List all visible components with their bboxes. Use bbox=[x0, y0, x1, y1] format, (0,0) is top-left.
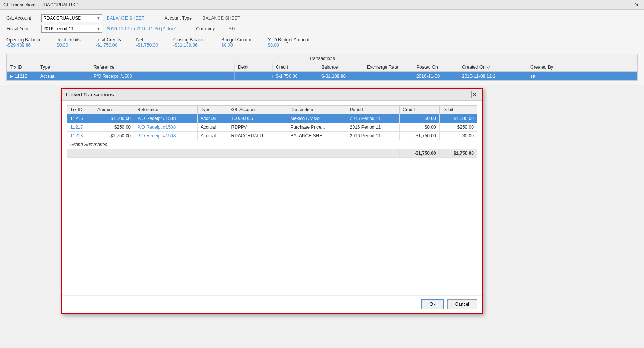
fiscal-year-dropdown-arrow: ▼ bbox=[97, 27, 100, 31]
total-credits-item: Total Credits -$1,750.00 bbox=[96, 37, 121, 48]
window-close-button[interactable]: ✕ bbox=[633, 2, 641, 8]
row-debit bbox=[235, 75, 273, 78]
ytd-budget-value: $0.00 bbox=[268, 43, 309, 48]
linked-col-type: Type bbox=[198, 106, 228, 114]
linked-row1-credit: $0.00 bbox=[399, 114, 439, 123]
grand-total-credit: -$1,750.00 bbox=[399, 149, 439, 158]
dialog-empty-area bbox=[67, 158, 477, 291]
linked-col-amount: Amount bbox=[94, 106, 134, 114]
linked-row3-type: Accrual bbox=[198, 132, 228, 140]
table-row[interactable]: ▶ 11218 Accrual P/O Receipt #1508 $-1,75… bbox=[7, 72, 637, 80]
col-reference: Reference bbox=[90, 63, 235, 71]
net-value: -$1,750.00 bbox=[136, 43, 158, 48]
linked-row2-amount: $250.00 bbox=[94, 123, 134, 132]
closing-balance-label: Closing Balance bbox=[173, 37, 206, 43]
grand-summaries-label-row: Grand Summaries bbox=[67, 140, 477, 149]
fiscal-year-link[interactable]: 2016-11-01 to 2016-11-30 (Active) bbox=[107, 26, 176, 31]
net-label: Net bbox=[136, 37, 158, 43]
linked-row1-debit: $1,500.00 bbox=[439, 114, 477, 123]
budget-amount-item: Budget Amount $0.00 bbox=[222, 37, 253, 48]
linked-table-row[interactable]: 11217 $250.00 P/O Receipt #1508 Accrual … bbox=[67, 123, 477, 132]
grand-totals-spacer bbox=[67, 149, 400, 158]
dialog-footer: Ok Cancel bbox=[62, 295, 482, 313]
budget-amount-value: $0.00 bbox=[222, 43, 253, 48]
linked-col-description: Description bbox=[287, 106, 347, 114]
opening-balance-value: -$29,439.86 bbox=[6, 43, 41, 48]
row-reference: P/O Receipt #1508 bbox=[90, 72, 235, 80]
total-debits-item: Total Debits $0.00 bbox=[57, 37, 81, 48]
fiscal-year-row: Fiscal Year 2016 period 11 ▼ 2016-11-01 … bbox=[6, 25, 638, 33]
row-posted-on: 2016-11-08 bbox=[413, 72, 459, 80]
linked-col-reference: Reference bbox=[134, 106, 198, 114]
linked-row2-credit: $0.00 bbox=[399, 123, 439, 132]
linked-row1-period: 2016 Period 11 bbox=[347, 114, 399, 123]
row-type: Accrual bbox=[37, 72, 90, 80]
linked-col-period: Period bbox=[347, 106, 399, 114]
row-balance: $-31,189.86 bbox=[318, 72, 364, 80]
linked-row1-reference: P/O Receipt #1508 bbox=[134, 114, 198, 123]
linked-row2-gl-account: RDPPV bbox=[228, 123, 287, 132]
fiscal-year-input-group: 2016 period 11 ▼ 2016-11-01 to 2016-11-3… bbox=[41, 25, 176, 33]
transactions-header: Transactions bbox=[7, 54, 637, 63]
linked-row3-debit: $0.00 bbox=[439, 132, 477, 140]
main-window: GL Transactions - RDACCRUALUSD ✕ G/L Acc… bbox=[0, 0, 644, 348]
linked-row2-trx-id: 11217 bbox=[67, 123, 94, 132]
col-credit: Credit bbox=[273, 63, 318, 71]
col-type: Type bbox=[37, 63, 90, 71]
account-type-label: Account Type bbox=[164, 16, 192, 21]
gl-account-link[interactable]: BALANCE SHEET bbox=[107, 16, 144, 21]
grand-totals-row: -$1,750.00 $1,750.00 bbox=[67, 149, 477, 158]
linked-row3-gl-account: RDACCRUALU... bbox=[228, 132, 287, 140]
grand-total-debit: $1,750.00 bbox=[439, 149, 477, 158]
dialog-content: Trx ID Amount Reference Type G/L Account… bbox=[62, 101, 482, 295]
linked-table-row[interactable]: 11218 -$1,750.00 P/O Receipt #1508 Accru… bbox=[67, 132, 477, 140]
col-created-on: Created On ▽ bbox=[459, 63, 527, 71]
dialog-close-button[interactable]: ✕ bbox=[471, 91, 478, 98]
linked-row2-debit: $250.00 bbox=[439, 123, 477, 132]
closing-balance-value: -$31,189.86 bbox=[173, 43, 206, 48]
currency-value: USD bbox=[225, 26, 235, 31]
grand-summaries-label: Grand Summaries bbox=[67, 140, 477, 149]
linked-row3-reference: P/O Receipt #1508 bbox=[134, 132, 198, 140]
linked-row3-credit: -$1,750.00 bbox=[399, 132, 439, 140]
transactions-table-header: Trx ID Type Reference Debit Credit Balan… bbox=[7, 63, 637, 72]
opening-balance-item: Opening Balance -$29,439.86 bbox=[6, 37, 41, 48]
col-debit: Debit bbox=[235, 63, 273, 71]
linked-row3-description: BALANCE SHE... bbox=[287, 132, 347, 140]
opening-balance-label: Opening Balance bbox=[6, 37, 41, 43]
linked-row3-period: 2016 Period 11 bbox=[347, 132, 399, 140]
fiscal-year-dropdown[interactable]: 2016 period 11 ▼ bbox=[41, 25, 102, 33]
col-posted-on: Posted On bbox=[413, 63, 459, 71]
gl-account-label: G/L Account bbox=[6, 16, 37, 21]
net-item: Net -$1,750.00 bbox=[136, 37, 158, 48]
ytd-budget-item: YTD Budget Amount $0.00 bbox=[268, 37, 309, 48]
linked-transactions-dialog: Linked Transactions ✕ Trx ID Amount Refe… bbox=[61, 88, 483, 314]
gl-account-dropdown[interactable]: RDACCRUALUSD ▼ bbox=[41, 14, 102, 22]
account-type-value: BALANCE SHEET bbox=[203, 16, 240, 21]
dialog-title: Linked Transactions bbox=[66, 92, 114, 98]
linked-row2-type: Accrual bbox=[198, 123, 228, 132]
linked-col-debit: Debit bbox=[439, 106, 477, 114]
transactions-section: Transactions Trx ID Type Reference Debit… bbox=[6, 54, 638, 81]
cancel-button[interactable]: Cancel bbox=[447, 299, 477, 309]
dialog-title-bar: Linked Transactions ✕ bbox=[62, 89, 482, 101]
closing-balance-item: Closing Balance -$31,189.86 bbox=[173, 37, 206, 48]
linked-transactions-table: Trx ID Amount Reference Type G/L Account… bbox=[67, 105, 477, 158]
col-trx-id: Trx ID bbox=[7, 63, 37, 71]
fiscal-year-dropdown-value: 2016 period 11 bbox=[43, 26, 74, 31]
linked-row2-reference: P/O Receipt #1508 bbox=[134, 123, 198, 132]
row-indicator: ▶ 11218 bbox=[7, 72, 37, 80]
linked-row1-gl-account: 1000-0055 bbox=[228, 114, 287, 123]
linked-table-row[interactable]: 11216 $1,500.00 P/O Receipt #1508 Accrua… bbox=[67, 114, 477, 123]
window-title: GL Transactions - RDACCRUALUSD bbox=[3, 2, 79, 8]
linked-col-trx-id: Trx ID bbox=[67, 106, 94, 114]
linked-row1-trx-id: 11216 bbox=[67, 114, 94, 123]
ok-button[interactable]: Ok bbox=[421, 299, 444, 309]
linked-row2-description: Purchase Price... bbox=[287, 123, 347, 132]
gl-account-dropdown-arrow: ▼ bbox=[97, 16, 100, 20]
total-debits-value: $0.00 bbox=[57, 43, 81, 48]
linked-col-credit: Credit bbox=[399, 106, 439, 114]
gl-account-row: G/L Account RDACCRUALUSD ▼ BALANCE SHEET… bbox=[6, 14, 638, 22]
ytd-budget-label: YTD Budget Amount bbox=[268, 37, 309, 43]
linked-row1-type: Accrual bbox=[198, 114, 228, 123]
